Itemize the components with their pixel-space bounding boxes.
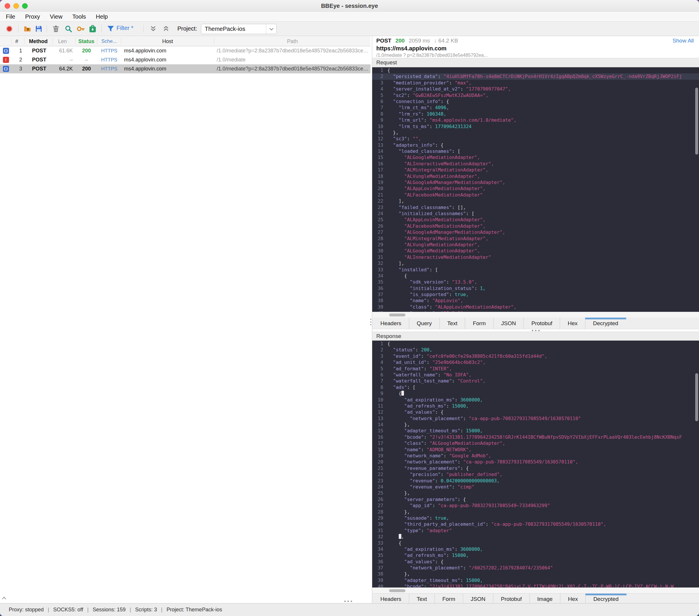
token: "4iuHlbMfFa78h-s4e8mCTCrDiNKjPxn4rH1Vr4z…	[444, 73, 682, 79]
token: :	[430, 105, 435, 110]
show-all-link[interactable]: Show All	[672, 38, 694, 44]
session-row-1[interactable]: {}1POST61.6K200HTTPSms4.applovin.com/1.0…	[0, 46, 370, 55]
header-cell-sche[interactable]: Sche...	[97, 38, 121, 45]
token: "ca-app-pub-7083279317085549/1630570110"	[469, 416, 581, 421]
token: {	[387, 68, 390, 73]
token: 200,	[421, 347, 433, 352]
token: :	[452, 484, 458, 490]
header-cell-host[interactable]: Host	[121, 38, 214, 45]
summary-status-code: 200	[396, 38, 405, 44]
request-tab-form[interactable]: Form	[465, 318, 493, 329]
request-tab-query[interactable]: Query	[409, 318, 440, 329]
token: :	[446, 279, 452, 285]
delete-button[interactable]	[52, 25, 60, 33]
code-line: 26 "ALFacebookMediationAdapter",	[372, 223, 699, 229]
header-cell-len[interactable]: Len	[52, 38, 76, 45]
token: "sdk_version"	[410, 279, 446, 285]
save-session-button[interactable]	[35, 25, 43, 33]
token: :	[430, 124, 435, 129]
session-row-3[interactable]: {}3POST64.2K200HTTPSms4.applovin.com/1.0…	[0, 64, 370, 73]
request-tab-protobuf[interactable]: Protobuf	[524, 318, 560, 329]
header-cell-#[interactable]: #	[12, 38, 25, 45]
request-code-editor[interactable]: 1{2 "persisted_data": "4iuHlbMfFa78h-s4e…	[372, 67, 699, 312]
line-content: "mediation_provider": "max",	[387, 80, 699, 86]
filter-button[interactable]	[107, 25, 115, 33]
line-number: 29	[372, 515, 387, 521]
record-button[interactable]	[5, 25, 13, 33]
token: : {	[435, 559, 444, 564]
token: :	[444, 453, 449, 458]
header-cell-method[interactable]: Method	[25, 38, 52, 45]
search-button[interactable]	[64, 25, 72, 33]
collapse-all-icon	[150, 26, 156, 32]
token: "ALGoogleAdManagerMediationAdapter",	[404, 229, 505, 235]
line-content: "ad_values": {	[387, 559, 699, 565]
menu-item-file[interactable]: File	[6, 13, 15, 20]
token: :	[454, 397, 460, 403]
line-content: "ad_refresh_ms": 15000,	[387, 552, 699, 558]
line-number: 3	[372, 80, 387, 86]
window-title: BBEye - session.eye	[0, 0, 699, 12]
token: {	[399, 540, 401, 546]
certificate-button[interactable]	[89, 25, 97, 33]
code-line: 2 "status": 200,	[372, 347, 699, 353]
line-number: 17	[372, 440, 387, 446]
code-line: 1{	[372, 340, 699, 347]
request-editor-scrollbar-thumb[interactable]	[695, 88, 698, 155]
line-number: 36	[372, 559, 387, 565]
token: true,	[454, 292, 469, 297]
code-line: 38 "name": "AppLovin",	[372, 297, 699, 304]
line-number: 23	[372, 204, 387, 211]
response-editor-hscrollbar[interactable]	[372, 588, 699, 593]
line-content: "revenue_parameters": {	[387, 465, 699, 471]
line-content: "status": 200,	[387, 347, 699, 353]
horizontal-splitter-grip[interactable]	[344, 601, 352, 602]
token: :	[421, 353, 427, 359]
code-line: 4 "ad_unit_id": "25e9b664bc4b03c2",	[372, 359, 699, 365]
response-editor-scrollbar-thumb[interactable]	[695, 373, 698, 421]
request-tab-text[interactable]: Text	[440, 318, 465, 329]
token: 15000,	[466, 578, 483, 583]
expand-all-button[interactable]	[162, 25, 170, 33]
line-number: 33	[372, 540, 387, 546]
line-content: "network_placement": "ca-app-pub-7083279…	[387, 459, 699, 465]
collapse-all-button[interactable]	[149, 25, 157, 33]
menu-item-proxy[interactable]: Proxy	[25, 13, 40, 20]
token: "waterfall_name"	[393, 372, 438, 378]
scroll-up-icon[interactable]	[2, 596, 6, 600]
panel-splitter-grip[interactable]	[532, 330, 540, 331]
line-content: "sc3": "",	[387, 136, 699, 142]
line-content: "type": "adapter"	[387, 527, 699, 534]
token: 3600000,	[460, 546, 483, 552]
request-editor-hscrollbar-thumb[interactable]	[389, 313, 406, 317]
request-tab-json[interactable]: JSON	[494, 318, 524, 329]
key-button[interactable]	[77, 25, 85, 33]
line-number: 18	[372, 173, 387, 179]
request-tab-hex[interactable]: Hex	[560, 318, 585, 329]
session-row-2[interactable]: !2POST––HTTPSms4.applovin.com/1.0/mediat…	[0, 55, 370, 64]
code-line: 13 "adapters_info": {	[372, 142, 699, 148]
token: : {	[435, 142, 444, 148]
request-tab-decrypted[interactable]: Decrypted	[585, 318, 626, 329]
row-host: ms4.applovin.com	[121, 57, 214, 63]
token: "ad_format"	[393, 366, 424, 372]
response-code-editor[interactable]: 1{2 "status": 200,3 "event_id": "cefc0fe…	[372, 340, 699, 588]
token: :	[463, 565, 469, 571]
request-tab-headers[interactable]: Headers	[373, 318, 409, 329]
line-content: "lrm_url": "ms4.applovin.com/1.0/mediate…	[387, 117, 699, 123]
filter-label[interactable]: Filter *	[117, 25, 133, 31]
menu-item-view[interactable]: View	[50, 13, 62, 20]
statusbar-separator: |	[161, 607, 162, 613]
token: "ad_values"	[404, 559, 435, 564]
open-session-button[interactable]	[23, 25, 31, 33]
row-scheme: HTTPS	[97, 57, 121, 63]
header-cell-path[interactable]: Path	[214, 38, 370, 45]
menu-item-tools[interactable]: Tools	[72, 13, 86, 20]
token: :	[486, 521, 491, 527]
request-editor-hscrollbar[interactable]	[372, 312, 699, 318]
response-editor-hscrollbar-thumb[interactable]	[389, 589, 406, 592]
header-cell-status[interactable]: Status	[76, 38, 97, 45]
vertical-splitter-grip[interactable]	[370, 319, 371, 325]
project-select[interactable]: ThemePack-ios	[201, 24, 277, 34]
menu-item-help[interactable]: Help	[96, 13, 108, 20]
